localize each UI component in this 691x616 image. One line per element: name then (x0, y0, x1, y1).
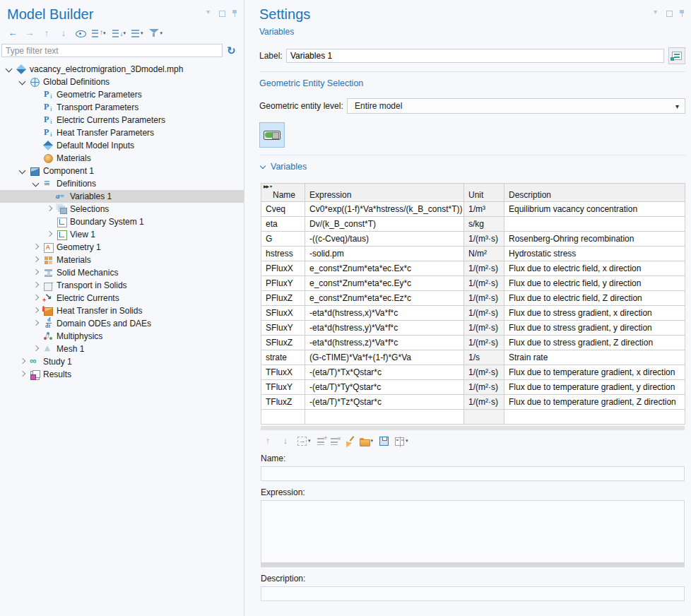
tree-item-results[interactable]: Results (0, 368, 244, 381)
unit-cell[interactable]: 1/(m³·s) (464, 232, 504, 247)
tree-item-global-definitions[interactable]: Global Definitions (0, 76, 244, 88)
tree-expander-icon[interactable] (45, 204, 54, 214)
description-cell[interactable]: Rosenberg-Ohring recombination (504, 232, 685, 247)
settings-breadcrumb[interactable]: Variables (259, 27, 310, 37)
tree-expander-icon[interactable] (31, 293, 41, 303)
tree-item-boundary-system-1[interactable]: Boundary System 1 (0, 215, 244, 228)
label-input[interactable] (286, 49, 664, 63)
dropdown-caret-icon[interactable]: ▾ (371, 438, 374, 444)
dropdown-caret-icon[interactable]: ▾ (124, 30, 126, 36)
move-up-arrow-button[interactable] (261, 435, 275, 446)
show-eye-button[interactable] (73, 28, 87, 39)
tree-item-heat-transfer-parameters[interactable]: Heat Transfer Parameters (0, 126, 244, 139)
expression-cell[interactable] (305, 410, 464, 425)
panel-menu-caret-icon[interactable] (206, 10, 213, 17)
save-disk-button[interactable] (378, 436, 390, 446)
name-cell[interactable]: SFluxX (261, 306, 305, 321)
tree-item-geometry-1[interactable]: Geometry 1 (0, 241, 244, 254)
unit-cell[interactable]: 1/(m²·s) (464, 261, 504, 276)
move-to-button[interactable]: ▾ (296, 436, 312, 446)
tree-expander-icon[interactable] (18, 357, 28, 367)
expression-cell[interactable]: -eta*d(hstress,x)*Va*f*c (305, 306, 464, 321)
tree-expander-icon[interactable] (31, 280, 41, 290)
unit-cell[interactable]: s/kg (464, 217, 504, 232)
dropdown-caret-icon[interactable]: ▾ (406, 438, 408, 444)
expression-cell[interactable]: -eta*d(hstress,z)*Va*f*c (305, 336, 464, 350)
tree-item-view-1[interactable]: View 1 (0, 228, 244, 241)
tree-item-component-1[interactable]: Component 1 (0, 165, 244, 177)
unit-cell[interactable]: 1/(m²·s) (464, 306, 504, 321)
unit-cell[interactable]: 1/(m²·s) (464, 395, 504, 410)
description-cell[interactable]: Flux due to electric field, x direction (504, 261, 685, 276)
dropdown-caret-icon[interactable]: ▾ (160, 30, 163, 36)
description-cell[interactable]: Flux due to electric field, y direction (504, 276, 685, 291)
expand-all-button[interactable]: ▾ (90, 28, 107, 38)
expression-cell[interactable]: -solid.pm (305, 247, 464, 261)
expression-cell[interactable]: -eta*d(hstress,y)*Va*f*c (305, 321, 464, 336)
add-item-button[interactable] (316, 436, 326, 446)
tree-item-default-model-inputs[interactable]: Default Model Inputs (0, 139, 244, 152)
expression-cell[interactable]: Cv0*exp((1-f)*Va*hstress/(k_B_const*T)) (305, 202, 464, 217)
tree-item-transport-parameters[interactable]: Transport Parameters (0, 101, 244, 114)
float-panel-icon[interactable] (219, 11, 225, 17)
name-cell[interactable]: strate (261, 350, 305, 365)
description-cell[interactable]: Flux due to temperature gradient, x dire… (504, 365, 685, 380)
column-header-expression[interactable]: Expression (305, 184, 464, 202)
filter-funnel-button[interactable]: ▾ (148, 28, 165, 38)
name-cell[interactable]: G (261, 232, 305, 247)
move-down-arrow-button[interactable] (278, 435, 293, 446)
description-cell[interactable]: Equilibrium vacancy concentration (504, 202, 685, 217)
back-arrow-button[interactable] (6, 28, 20, 39)
tree-item-transport-in-solids[interactable]: Transport in Solids (0, 279, 244, 292)
table-columns-button[interactable]: ▾ (394, 436, 410, 446)
tree-expander-icon[interactable] (31, 306, 41, 316)
rename-button[interactable] (668, 47, 685, 64)
tree-item-materials[interactable]: Materials (0, 152, 244, 165)
tree-item-heat-transfer-in-solids[interactable]: Heat Transfer in Solids (0, 304, 244, 317)
tree-item-study-1[interactable]: Study 1 (0, 355, 244, 368)
tree-item-vacancy-electromigration-3dmodel-mph[interactable]: vacancy_electromigration_3Dmodel.mph (0, 63, 244, 76)
tree-expander-icon[interactable] (18, 77, 28, 87)
open-folder-button[interactable]: ▾ (358, 436, 375, 446)
description-cell[interactable]: Flux due to electric field, Z direction (504, 291, 685, 306)
dropdown-caret-icon[interactable]: ▾ (141, 30, 143, 36)
tree-item-mesh-1[interactable]: Mesh 1 (0, 343, 244, 355)
tree-item-solid-mechanics[interactable]: Solid Mechanics (0, 266, 244, 279)
collapse-all-button[interactable]: ▾ (110, 28, 128, 38)
description-cell[interactable]: Strain rate (504, 350, 685, 365)
tree-expander-icon[interactable] (31, 179, 41, 189)
name-input[interactable] (261, 466, 685, 481)
name-cell[interactable]: PFluxX (261, 261, 305, 276)
expression-cell[interactable]: e_const*Znum*eta*ec.Ex*c (305, 261, 464, 276)
tree-item-domain-odes-and-daes[interactable]: Domain ODEs and DAEs (0, 317, 244, 330)
tree-item-materials[interactable]: Materials (0, 254, 244, 266)
unit-cell[interactable]: 1/(m²·s) (464, 380, 504, 395)
tree-expander-icon[interactable] (31, 319, 41, 328)
description-cell[interactable]: Flux due to temperature gradient, Z dire… (504, 395, 685, 410)
tree-item-geometric-parameters[interactable]: Geometric Parameters (0, 88, 244, 101)
dropdown-caret-icon[interactable]: ▾ (103, 30, 106, 36)
tree-expander-icon[interactable] (31, 242, 41, 252)
tree-item-multiphysics[interactable]: Multiphysics (0, 330, 244, 343)
name-cell[interactable]: SFluxY (261, 321, 305, 336)
unit-cell[interactable] (464, 410, 504, 425)
table-horizontal-scrollbar[interactable] (261, 426, 685, 430)
name-cell[interactable]: Cveq (261, 202, 305, 217)
delete-item-button[interactable] (329, 436, 339, 446)
tree-expander-icon[interactable] (4, 64, 14, 74)
expression-cell[interactable]: e_const*Znum*eta*ec.Ez*c (305, 291, 464, 306)
name-cell[interactable]: eta (261, 217, 305, 232)
unit-cell[interactable]: 1/(m²·s) (464, 321, 504, 336)
description-cell[interactable]: Hydrostatic stress (504, 247, 685, 261)
description-cell[interactable]: Flux due to stress gradient, x direction (504, 306, 685, 321)
show-columns-icon[interactable]: ▶▶ (264, 184, 272, 189)
expression-textarea[interactable] (261, 501, 684, 559)
expression-cell[interactable]: (G-cTIME)*Va*f+(1-f)*G*Va (305, 350, 464, 365)
pin-panel-icon[interactable] (678, 10, 685, 17)
dropdown-caret-icon[interactable]: ▾ (308, 438, 311, 444)
geometric-entity-level-dropdown[interactable]: Entire model (347, 98, 685, 114)
unit-cell[interactable]: 1/(m²·s) (464, 336, 504, 350)
expression-cell[interactable]: -(eta/T)*Ty*Qstar*c (305, 380, 464, 395)
tree-item-selections[interactable]: Selections (0, 203, 244, 215)
description-cell[interactable]: Flux due to temperature gradient, y dire… (504, 380, 685, 395)
